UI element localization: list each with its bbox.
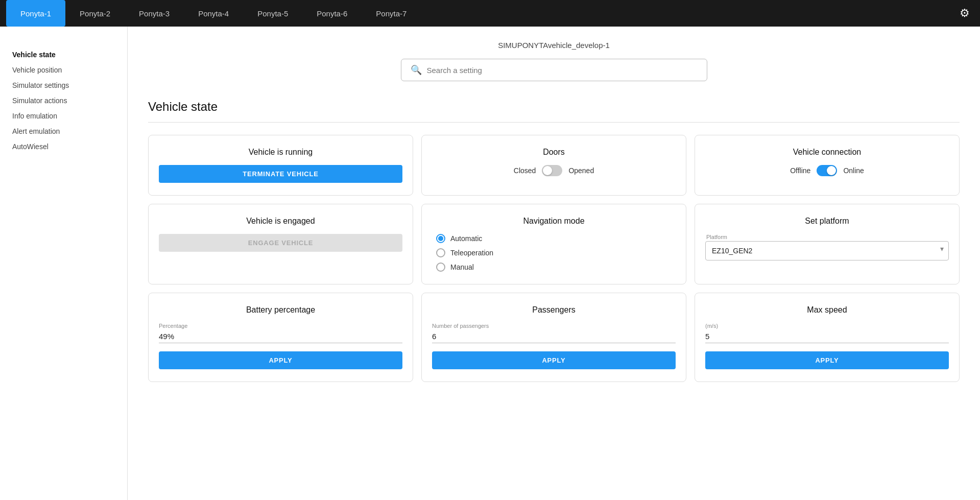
connection-label-offline: Offline: [790, 166, 810, 175]
card-doors-title: Doors: [543, 148, 565, 157]
navigation-mode-radio-group: Automatic Teleoperation Manual: [432, 234, 676, 272]
sidebar-item-info-emulation[interactable]: Info emulation: [12, 108, 115, 124]
battery-input-wrap: Percentage: [159, 323, 402, 343]
card-battery-percentage: Battery percentage Percentage APPLY: [148, 293, 413, 382]
passengers-input-wrap: Number of passengers: [432, 323, 676, 343]
radio-circle-manual: [436, 263, 445, 272]
card-navigation-mode: Navigation mode Automatic Teleoperation: [421, 204, 686, 284]
card-vehicle-engaged-title: Vehicle is engaged: [246, 217, 315, 226]
search-input[interactable]: [427, 66, 698, 75]
radio-label-manual: Manual: [450, 263, 474, 271]
max-speed-input-wrap: (m/s): [705, 323, 949, 343]
radio-label-teleoperation: Teleoperation: [450, 249, 493, 257]
section-divider: [148, 122, 960, 123]
search-bar-wrap: 🔍: [148, 59, 960, 81]
connection-toggle-group: Offline Online: [790, 165, 864, 176]
doors-label-closed: Closed: [514, 166, 536, 175]
top-nav: Ponyta-1 Ponyta-2 Ponyta-3 Ponyta-4 Pony…: [0, 0, 980, 27]
radio-manual[interactable]: Manual: [436, 263, 676, 272]
sidebar-item-simulator-actions[interactable]: Simulator actions: [12, 93, 115, 108]
tab-bar: Ponyta-1 Ponyta-2 Ponyta-3 Ponyta-4 Pony…: [6, 0, 955, 27]
main-content: SIMUPONYTAvehicle_develop-1 🔍 Vehicle st…: [128, 27, 980, 500]
passengers-apply-button[interactable]: APPLY: [432, 351, 676, 369]
battery-apply-button[interactable]: APPLY: [159, 351, 402, 369]
sidebar-item-alert-emulation[interactable]: Alert emulation: [12, 124, 115, 139]
max-speed-input[interactable]: [705, 330, 949, 343]
connection-label-online: Online: [843, 166, 864, 175]
card-doors: Doors Closed Opened: [421, 135, 686, 196]
layout: Vehicle state Vehicle position Simulator…: [0, 27, 980, 500]
card-max-speed-title: Max speed: [807, 305, 847, 315]
card-navigation-mode-title: Navigation mode: [523, 217, 584, 226]
terminate-vehicle-button[interactable]: TERMINATE VEHICLE: [159, 165, 402, 183]
doors-toggle[interactable]: [542, 165, 562, 176]
sidebar-item-simulator-settings[interactable]: Simulator settings: [12, 78, 115, 93]
settings-icon[interactable]: ⚙: [955, 3, 974, 24]
connection-toggle[interactable]: [817, 165, 837, 176]
passengers-input-label: Number of passengers: [432, 323, 676, 329]
card-vehicle-engaged: Vehicle is engaged ENGAGE VEHICLE: [148, 204, 413, 284]
card-set-platform: Set platform Platform EZ10_GEN2 EZ10_GEN…: [695, 204, 960, 284]
radio-label-automatic: Automatic: [450, 234, 482, 243]
card-passengers: Passengers Number of passengers APPLY: [421, 293, 686, 382]
sidebar-item-autowiesel[interactable]: AutoWiesel: [12, 139, 115, 154]
radio-teleoperation[interactable]: Teleoperation: [436, 248, 676, 257]
tab-ponyta-5[interactable]: Ponyta-5: [243, 0, 302, 27]
tab-ponyta-7[interactable]: Ponyta-7: [362, 0, 421, 27]
battery-input[interactable]: [159, 330, 402, 343]
tab-ponyta-2[interactable]: Ponyta-2: [65, 0, 125, 27]
tab-ponyta-1[interactable]: Ponyta-1: [6, 0, 65, 27]
section-title: Vehicle state: [148, 100, 960, 114]
radio-circle-automatic: [436, 234, 445, 243]
card-passengers-title: Passengers: [532, 305, 576, 315]
doors-label-opened: Opened: [568, 166, 594, 175]
doors-toggle-slider: [542, 165, 562, 176]
card-max-speed: Max speed (m/s) APPLY: [695, 293, 960, 382]
sidebar: Vehicle state Vehicle position Simulator…: [0, 27, 128, 500]
search-bar: 🔍: [401, 59, 707, 81]
tab-ponyta-4[interactable]: Ponyta-4: [184, 0, 243, 27]
max-speed-input-label: (m/s): [705, 323, 949, 329]
tab-ponyta-6[interactable]: Ponyta-6: [302, 0, 362, 27]
card-vehicle-connection: Vehicle connection Offline Online: [695, 135, 960, 196]
card-set-platform-title: Set platform: [805, 217, 849, 226]
search-icon: 🔍: [411, 64, 422, 76]
sidebar-item-vehicle-state[interactable]: Vehicle state: [12, 47, 115, 62]
sidebar-item-vehicle-position[interactable]: Vehicle position: [12, 62, 115, 78]
battery-input-label: Percentage: [159, 323, 402, 329]
passengers-input[interactable]: [432, 330, 676, 343]
doors-toggle-group: Closed Opened: [514, 165, 594, 176]
card-vehicle-connection-title: Vehicle connection: [793, 148, 861, 157]
card-vehicle-running: Vehicle is running TERMINATE VEHICLE: [148, 135, 413, 196]
radio-inner-automatic: [438, 236, 443, 241]
platform-select[interactable]: EZ10_GEN2 EZ10_GEN3 OTHER: [705, 241, 949, 260]
platform-select-wrap: Platform EZ10_GEN2 EZ10_GEN3 OTHER ▾: [705, 234, 949, 260]
cards-grid: Vehicle is running TERMINATE VEHICLE Doo…: [148, 135, 960, 382]
vehicle-id: SIMUPONYTAvehicle_develop-1: [148, 41, 960, 50]
max-speed-apply-button[interactable]: APPLY: [705, 351, 949, 369]
radio-automatic[interactable]: Automatic: [436, 234, 676, 243]
engage-vehicle-button[interactable]: ENGAGE VEHICLE: [159, 234, 402, 252]
card-battery-title: Battery percentage: [246, 305, 315, 315]
tab-ponyta-3[interactable]: Ponyta-3: [125, 0, 184, 27]
connection-toggle-slider: [817, 165, 837, 176]
radio-circle-teleoperation: [436, 248, 445, 257]
platform-select-label: Platform: [705, 234, 949, 240]
card-vehicle-running-title: Vehicle is running: [249, 148, 313, 157]
